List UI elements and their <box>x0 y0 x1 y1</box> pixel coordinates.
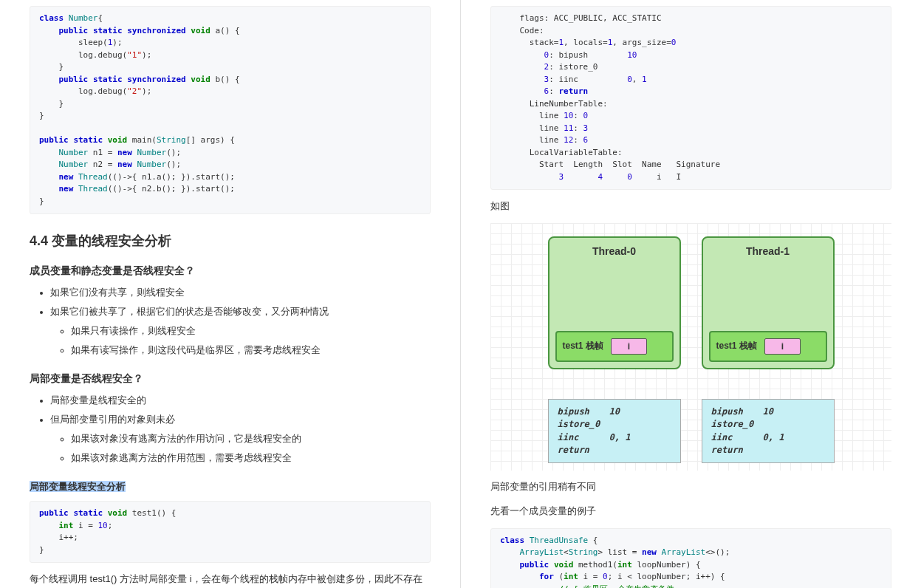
thread-title: Thread-0 <box>549 245 679 257</box>
code-block-test1: public static void test1() { int i = 10;… <box>30 501 431 563</box>
list-item: 但局部变量引用的对象则未必 如果该对象没有逃离方法的作用访问，它是线程安全的 如… <box>50 412 431 465</box>
stack-frame: test1 栈帧 i <box>709 331 827 362</box>
subheading-member-vars: 成员变量和静态变量是否线程安全？ <box>30 264 431 278</box>
selected-text: 局部变量线程安全分析 <box>30 481 126 492</box>
frame-label: test1 栈帧 <box>563 340 603 352</box>
bytecode-box-1: bipush10 istore_0 iinc0, 1 return <box>702 399 835 464</box>
paragraph-explain: 每个线程调用 test1() 方法时局部变量 i，会在每个线程的栈帧内存中被创建… <box>30 572 431 588</box>
code-block-threadunsafe: class ThreadUnsafe { ArrayList<String> l… <box>490 528 891 588</box>
variable-slot: i <box>764 338 801 355</box>
bytecode-box-0: bipush10 istore_0 iinc0, 1 return <box>548 399 681 464</box>
list-item: 如果该对象逃离方法的作用范围，需要考虑线程安全 <box>71 451 431 465</box>
subheading-analysis: 局部变量线程安全分析 <box>30 480 431 493</box>
section-heading-4-4: 4.4 变量的线程安全分析 <box>30 232 431 250</box>
list-local-vars: 局部变量是线程安全的 但局部变量引用的对象则未必 如果该对象没有逃离方法的作用访… <box>30 393 431 465</box>
stack-frame: test1 栈帧 i <box>555 331 674 362</box>
thread-box-0: Thread-0 test1 栈帧 i <box>548 236 681 369</box>
left-column: class Number{ public static synchronized… <box>0 0 460 588</box>
list-item: 局部变量是线程安全的 <box>50 393 431 408</box>
list-item: 如果该对象没有逃离方法的作用访问，它是线程安全的 <box>71 431 431 446</box>
list-item: 如果它们没有共享，则线程安全 <box>50 285 431 300</box>
code-block-bytecode: flags: ACC_PUBLIC, ACC_STATIC Code: stac… <box>490 6 891 190</box>
right-column: flags: ACC_PUBLIC, ACC_STATIC Code: stac… <box>461 0 921 588</box>
frame-label: test1 栈帧 <box>716 340 757 352</box>
paragraph-ref-differ: 局部变量的引用稍有不同 <box>490 479 891 495</box>
subheading-local-vars: 局部变量是否线程安全？ <box>30 372 431 386</box>
code-block-number-class: class Number{ public static synchronized… <box>30 6 431 214</box>
thread-diagram: Thread-0 test1 栈帧 i Thread-1 test1 栈帧 i … <box>490 223 891 471</box>
paragraph-as-figure: 如图 <box>490 199 891 214</box>
thread-box-1: Thread-1 test1 栈帧 i <box>702 236 835 369</box>
list-item: 如果它们被共享了，根据它们的状态是否能够改变，又分两种情况 如果只有读操作，则线… <box>50 304 431 358</box>
list-item: 如果有读写操作，则这段代码是临界区，需要考虑线程安全 <box>71 343 431 358</box>
variable-slot: i <box>611 338 647 355</box>
paragraph-example-intro: 先看一个成员变量的例子 <box>490 504 891 519</box>
list-member-vars: 如果它们没有共享，则线程安全 如果它们被共享了，根据它们的状态是否能够改变，又分… <box>30 285 431 358</box>
thread-title: Thread-1 <box>703 245 833 257</box>
list-item: 如果只有读操作，则线程安全 <box>71 324 431 338</box>
